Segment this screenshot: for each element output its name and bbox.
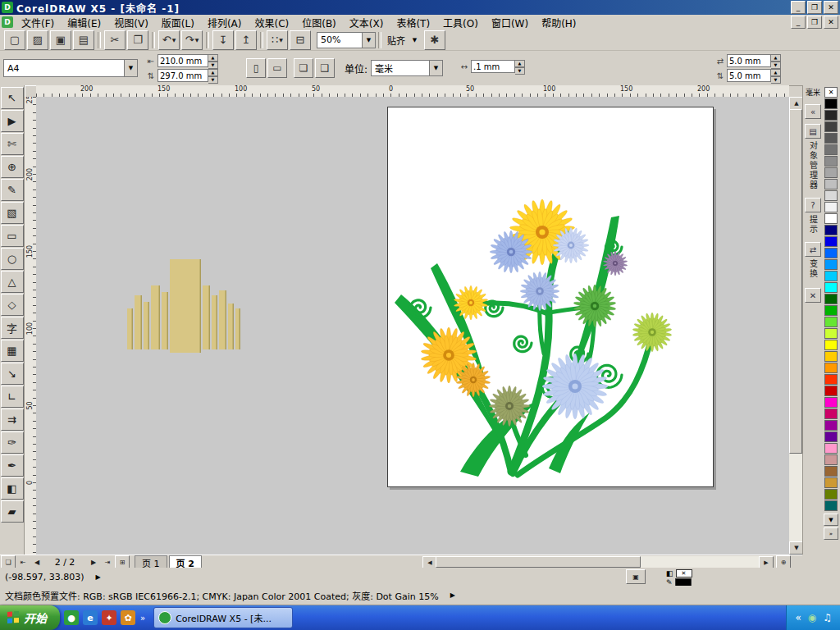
quicklaunch-corel[interactable]: ●: [64, 610, 79, 625]
units-combo[interactable]: 毫米 ▼: [371, 60, 443, 76]
snap-label[interactable]: 贴齐: [384, 34, 409, 47]
outline-pen-tool[interactable]: ✒: [1, 454, 24, 477]
dropdown-mark-icon[interactable]: ▼: [195, 37, 199, 43]
palette-swatch[interactable]: [824, 167, 838, 178]
polygon-tool[interactable]: △: [1, 271, 24, 293]
pick-tool[interactable]: ↖: [1, 87, 24, 109]
smart-fill-tool[interactable]: ▧: [1, 202, 24, 224]
doc-minimize-button[interactable]: _: [791, 16, 806, 29]
quicklaunch-chevron[interactable]: »: [140, 614, 145, 623]
menu-item[interactable]: 编辑(E): [61, 15, 107, 30]
docker-tab-label[interactable]: 变换: [807, 259, 819, 279]
horizontal-scrollbar[interactable]: ◀ ▶: [422, 556, 774, 568]
table-tool[interactable]: ▦: [1, 340, 24, 362]
tray-chevron[interactable]: «: [795, 612, 801, 623]
palette-swatch[interactable]: [824, 213, 838, 224]
cut-button[interactable]: ✂: [104, 30, 126, 50]
paper-preset-value[interactable]: A4: [4, 63, 124, 74]
palette-swatch[interactable]: [824, 248, 838, 258]
restore-button[interactable]: ❐: [807, 1, 822, 14]
minimize-button[interactable]: _: [791, 1, 806, 14]
page-tab[interactable]: 页 2: [169, 555, 202, 568]
snap-dropdown-icon[interactable]: ▼: [409, 33, 421, 48]
palette-swatch[interactable]: [824, 340, 838, 350]
ellipse-tool[interactable]: ○: [1, 248, 24, 270]
page-tab[interactable]: 页 1: [135, 555, 167, 568]
palette-swatch[interactable]: [824, 294, 838, 304]
portrait-button[interactable]: ▯: [246, 58, 266, 78]
palette-swatch[interactable]: [824, 466, 838, 477]
docker-tab-label[interactable]: 提示: [807, 215, 819, 235]
flower[interactable]: [573, 285, 616, 327]
basic-shapes-tool[interactable]: ◇: [1, 294, 24, 316]
docker-tab-icon[interactable]: ▤: [805, 124, 821, 139]
palette-swatch[interactable]: [824, 144, 838, 155]
menu-item[interactable]: 位图(B): [295, 15, 343, 30]
task-button[interactable]: CorelDRAW X5 - [未...: [153, 607, 293, 628]
palette-swatch[interactable]: [824, 397, 838, 408]
copy-button[interactable]: ❐: [127, 30, 148, 50]
import-button[interactable]: ↧: [212, 30, 234, 50]
current-page-button[interactable]: ❑: [315, 58, 335, 78]
doc-close-button[interactable]: ✕: [824, 16, 838, 29]
start-button[interactable]: 开始: [0, 605, 60, 630]
palette-swatch[interactable]: [824, 98, 838, 109]
quicklaunch-msn[interactable]: ✿: [121, 610, 135, 625]
palette-swatch[interactable]: [824, 409, 838, 419]
palette-swatch[interactable]: [824, 282, 838, 293]
vertical-scrollbar[interactable]: ▲ ▼: [789, 97, 802, 555]
nudge-spinner[interactable]: ▲▼: [515, 60, 525, 73]
menu-item[interactable]: 文件(F): [15, 15, 61, 30]
palette-swatch[interactable]: [824, 190, 838, 201]
docker-tab-icon[interactable]: ⇄: [805, 242, 821, 257]
docker-collapse-button[interactable]: «: [805, 104, 821, 119]
palette-swatch[interactable]: [824, 271, 838, 281]
tray-icon-volume[interactable]: ♫: [823, 612, 832, 623]
first-page-button[interactable]: ⇤: [16, 556, 30, 568]
palette-swatch[interactable]: [824, 121, 838, 132]
palette-swatch[interactable]: [824, 420, 838, 431]
menu-item[interactable]: 版面(L): [155, 15, 201, 30]
redo-button[interactable]: ↷▼: [181, 30, 203, 50]
freehand-tool[interactable]: ✎: [1, 179, 24, 201]
paper-preset-dropdown-icon[interactable]: ▼: [124, 60, 137, 76]
rectangle-tool[interactable]: ▭: [1, 225, 24, 247]
page-doc-icon[interactable]: ❏: [1, 555, 16, 568]
palette-swatch[interactable]: [824, 351, 838, 362]
palette-swatch[interactable]: [824, 363, 838, 373]
welcome-screen-button[interactable]: ⊟: [290, 30, 311, 50]
menu-item[interactable]: 文本(X): [343, 15, 390, 30]
flower[interactable]: [632, 313, 672, 352]
units-dropdown-icon[interactable]: ▼: [429, 61, 442, 75]
profile-expand-icon[interactable]: ▶: [450, 591, 455, 599]
open-button[interactable]: ▨: [27, 30, 48, 50]
palette-swatch[interactable]: [824, 225, 838, 235]
units-value[interactable]: 毫米: [372, 62, 429, 75]
palette-swatch[interactable]: [824, 454, 838, 465]
options-button[interactable]: ✱: [424, 30, 445, 50]
paper-width-input[interactable]: [158, 54, 208, 67]
docker-close-button[interactable]: ✕: [805, 288, 821, 303]
quick-zoom-button[interactable]: ⊕: [776, 555, 791, 568]
navigator-button[interactable]: ▣: [626, 569, 646, 584]
dropdown-mark-icon[interactable]: ▼: [172, 37, 176, 43]
text-tool[interactable]: 字: [1, 317, 24, 339]
paper-width-spinner[interactable]: ▲▼: [208, 54, 218, 67]
duplicate-y-input[interactable]: [727, 69, 771, 82]
menu-item[interactable]: 排列(A): [201, 15, 249, 30]
status-expand-icon[interactable]: ▶: [96, 573, 101, 581]
palette-swatch[interactable]: [824, 443, 838, 454]
duplicate-x-input[interactable]: [727, 54, 771, 67]
vertical-scroll-thumb[interactable]: [789, 109, 802, 454]
new-button[interactable]: ▢: [4, 30, 25, 50]
dimension-tool[interactable]: ↘: [1, 363, 24, 385]
palette-swatch[interactable]: [824, 431, 838, 442]
close-button[interactable]: ✕: [824, 1, 838, 14]
eyedropper-tool[interactable]: ✑: [1, 431, 24, 454]
next-page-button[interactable]: ▶: [87, 556, 100, 568]
landscape-button[interactable]: ▭: [267, 58, 287, 78]
palette-swatch[interactable]: [824, 110, 838, 121]
tray-icon-app[interactable]: ◉: [808, 612, 816, 623]
zoom-dropdown-icon[interactable]: ▼: [362, 33, 375, 48]
nudge-input[interactable]: [471, 60, 515, 73]
